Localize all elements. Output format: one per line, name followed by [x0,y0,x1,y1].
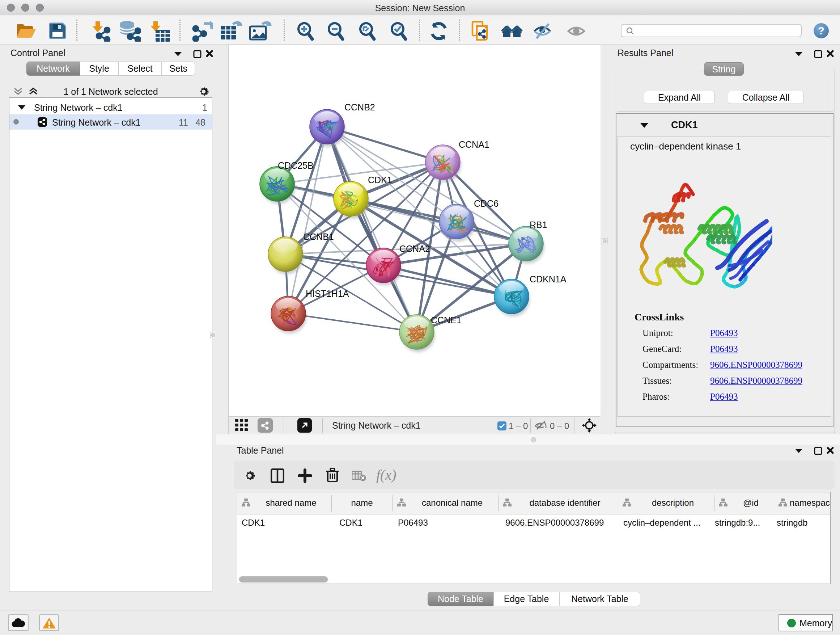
svg-text:CDK1: CDK1 [368,175,392,185]
svg-text:CCNB2: CCNB2 [344,102,375,112]
svg-text:CCNA1: CCNA1 [459,139,489,149]
svg-text:CDC25B: CDC25B [278,160,314,171]
svg-text:CCNB1: CCNB1 [303,232,334,242]
svg-text:HIST1H1A: HIST1H1A [306,288,349,299]
svg-text:CCNA2: CCNA2 [399,244,430,254]
svg-text:RB1: RB1 [530,220,547,230]
svg-text:CDKN1A: CDKN1A [530,274,567,284]
svg-text:CCNE1: CCNE1 [431,315,462,325]
svg-text:CDC6: CDC6 [474,198,499,209]
